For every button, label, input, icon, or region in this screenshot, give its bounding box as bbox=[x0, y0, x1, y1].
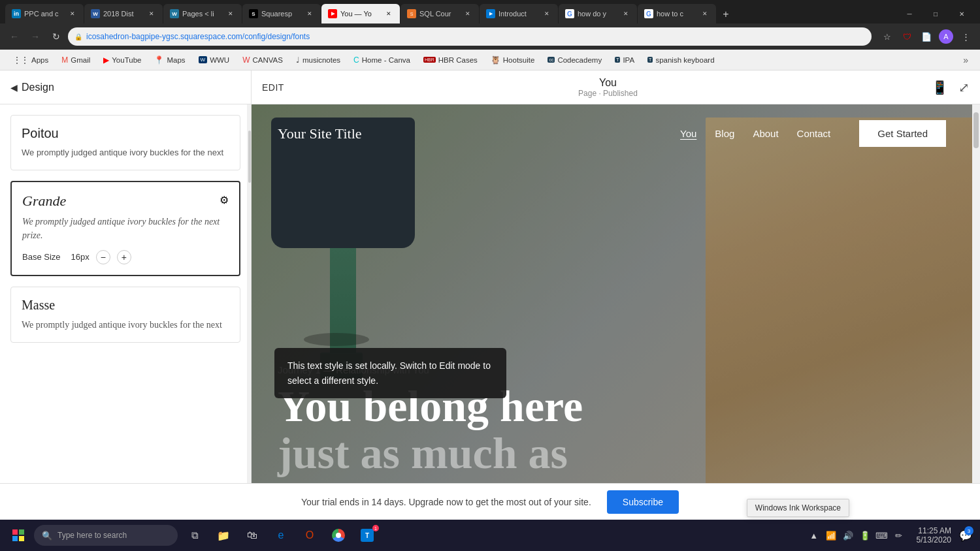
tab-close-7[interactable]: ✕ bbox=[542, 9, 551, 18]
tab-close-1[interactable]: ✕ bbox=[68, 9, 77, 18]
task-view-button[interactable]: ⧉ bbox=[180, 522, 209, 548]
browser-tab-4[interactable]: S Squaresp ✕ bbox=[242, 4, 321, 24]
tab-close-5[interactable]: ✕ bbox=[384, 9, 393, 18]
start-button[interactable] bbox=[5, 522, 31, 548]
back-to-design-button[interactable]: ◀ Design bbox=[10, 82, 54, 93]
font-card-grande[interactable]: Grande ⚙ We promptly judged antique ivor… bbox=[10, 181, 240, 276]
forward-button[interactable]: → bbox=[26, 27, 44, 46]
font-preview-grande: We promptly judged antique ivory buckles… bbox=[22, 215, 229, 242]
bookmark-hbr[interactable]: HBR HBR Cases bbox=[418, 54, 483, 66]
font-name-grande: Grande bbox=[22, 193, 66, 210]
search-icon: 🔍 bbox=[42, 531, 52, 541]
tray-up-arrow[interactable]: ▲ bbox=[807, 528, 821, 543]
bookmark-wwu[interactable]: W WWU bbox=[193, 54, 235, 66]
browser-tab-6[interactable]: S SQL Cour ✕ bbox=[400, 4, 479, 24]
sidebar-header: ◀ Design bbox=[0, 71, 251, 104]
tab-favicon-9: G bbox=[644, 9, 653, 18]
browser-tab-7[interactable]: ▶ Introduct ✕ bbox=[480, 4, 558, 24]
tab-close-2[interactable]: ✕ bbox=[147, 9, 156, 18]
main-content-area: ◀ Design Poitou We promptly judged antiq… bbox=[0, 71, 980, 483]
bookmark-gmail[interactable]: M Gmail bbox=[56, 54, 95, 67]
browser-tab-3[interactable]: W Pages < li ✕ bbox=[163, 4, 242, 24]
base-size-value: 16px bbox=[71, 252, 90, 262]
windows-ink-icon[interactable]: ✏ bbox=[892, 528, 906, 543]
bookmarks-more-button[interactable]: » bbox=[959, 53, 972, 67]
taskbar-badge-button[interactable]: T 1 bbox=[353, 522, 382, 548]
maps-favicon: 📍 bbox=[154, 55, 164, 65]
nav-link-about[interactable]: About bbox=[753, 128, 778, 139]
bookmark-spanish-label: spanish keyboard bbox=[655, 56, 714, 64]
bookmark-canvas[interactable]: W CANVAS bbox=[237, 54, 288, 67]
subscribe-button[interactable]: Subscribe bbox=[607, 490, 679, 514]
chrome-taskbar[interactable] bbox=[324, 522, 353, 548]
tab-close-4[interactable]: ✕ bbox=[305, 9, 314, 18]
tab-close-3[interactable]: ✕ bbox=[226, 9, 235, 18]
bookmark-musicnotes[interactable]: ♩ musicnotes bbox=[291, 54, 346, 67]
fullscreen-icon[interactable]: ⤢ bbox=[958, 80, 970, 95]
taskbar-clock[interactable]: 11:25 AM 5/13/2020 bbox=[911, 526, 956, 544]
bookmark-codecademy[interactable]: cc Codecademy bbox=[542, 54, 607, 66]
address-bar[interactable]: 🔒 icosahedron-bagpipe-ygsc.squarespace.c… bbox=[68, 27, 872, 46]
bookmark-apps[interactable]: ⋮⋮ Apps bbox=[8, 54, 54, 67]
tab-close-8[interactable]: ✕ bbox=[621, 9, 630, 18]
extension-icon-1[interactable]: 🛡 bbox=[898, 27, 916, 46]
bookmark-maps-label: Maps bbox=[167, 56, 185, 64]
preview-scrollbar[interactable] bbox=[972, 104, 980, 483]
tab-close-9[interactable]: ✕ bbox=[700, 9, 710, 18]
youtube-favicon: ▶ bbox=[103, 55, 109, 65]
bookmark-maps[interactable]: 📍 Maps bbox=[149, 54, 190, 67]
page-info: You Page · Published bbox=[578, 77, 638, 98]
browser-window: in PPC and c ✕ W 2018 Dist ✕ W Pages < l… bbox=[0, 0, 980, 71]
extensions-button[interactable]: ⋮ bbox=[956, 27, 975, 46]
nav-link-you[interactable]: You bbox=[680, 128, 696, 139]
taskbar-search[interactable]: 🔍 Type here to search bbox=[34, 525, 178, 546]
font-card-poitou[interactable]: Poitou We promptly judged antique ivory … bbox=[10, 115, 240, 170]
mobile-view-icon[interactable]: 📱 bbox=[932, 80, 948, 95]
musicnotes-favicon: ♩ bbox=[296, 55, 300, 65]
browser-tab-5[interactable]: ▶ You — Yo ✕ bbox=[321, 4, 400, 24]
edit-button[interactable]: EDIT bbox=[262, 82, 284, 93]
sidebar-content: Poitou We promptly judged antique ivory … bbox=[0, 104, 251, 483]
office-taskbar[interactable]: O bbox=[295, 522, 324, 548]
bookmark-hbr-label: HBR Cases bbox=[438, 56, 478, 64]
new-tab-button[interactable]: + bbox=[717, 5, 735, 24]
font-card-masse[interactable]: Masse We promptly judged antique ivory b… bbox=[10, 287, 240, 343]
keyboard-icon[interactable]: ⌨ bbox=[875, 528, 889, 543]
maximize-button[interactable]: □ bbox=[923, 4, 949, 24]
browser-tab-9[interactable]: G how to c ✕ bbox=[638, 4, 716, 24]
notification-button[interactable]: 💬 3 bbox=[956, 522, 975, 548]
font-settings-gear-icon[interactable]: ⚙ bbox=[220, 194, 229, 206]
bookmark-youtube[interactable]: ▶ YouTube bbox=[98, 54, 146, 67]
get-started-button[interactable]: Get Started bbox=[859, 120, 946, 147]
browser-tab-1[interactable]: in PPC and c ✕ bbox=[5, 4, 84, 24]
extension-icon-2[interactable]: 📄 bbox=[917, 27, 936, 46]
file-explorer-taskbar[interactable]: 📁 bbox=[209, 522, 238, 548]
tab-close-6[interactable]: ✕ bbox=[463, 9, 472, 18]
bookmark-canva[interactable]: C Home - Canva bbox=[348, 54, 416, 67]
volume-icon[interactable]: 🔊 bbox=[841, 528, 855, 543]
browser-toolbar: ← → ↻ 🔒 icosahedron-bagpipe-ygsc.squares… bbox=[0, 24, 980, 50]
bookmark-ipa[interactable]: T IPA bbox=[610, 54, 640, 66]
bookmark-hootsuite[interactable]: 🦉 Hootsuite bbox=[485, 54, 540, 67]
network-icon[interactable]: 📶 bbox=[824, 528, 838, 543]
reload-button[interactable]: ↻ bbox=[47, 27, 65, 46]
minimize-button[interactable]: ─ bbox=[896, 4, 923, 24]
design-label: Design bbox=[22, 82, 54, 93]
sidebar-scrollbar-thumb bbox=[248, 131, 251, 183]
edge-taskbar[interactable]: e bbox=[267, 522, 295, 548]
battery-icon[interactable]: 🔋 bbox=[858, 528, 872, 543]
bookmark-spanish[interactable]: T spanish keyboard bbox=[642, 54, 719, 66]
store-taskbar[interactable]: 🛍 bbox=[238, 522, 267, 548]
address-text: icosahedron-bagpipe-ygsc.squarespace.com… bbox=[86, 32, 865, 41]
nav-link-blog[interactable]: Blog bbox=[715, 128, 734, 139]
close-button[interactable]: ✕ bbox=[949, 4, 975, 24]
nav-link-contact[interactable]: Contact bbox=[797, 128, 831, 139]
profile-icon[interactable]: A bbox=[937, 27, 955, 46]
decrease-size-button[interactable]: − bbox=[96, 250, 110, 264]
browser-tab-8[interactable]: G how do y ✕ bbox=[559, 4, 637, 24]
bookmark-star-icon[interactable]: ☆ bbox=[878, 27, 896, 46]
sidebar-scrollbar-track[interactable] bbox=[247, 104, 251, 483]
back-button[interactable]: ← bbox=[5, 27, 24, 46]
browser-tab-2[interactable]: W 2018 Dist ✕ bbox=[84, 4, 163, 24]
increase-size-button[interactable]: + bbox=[117, 250, 131, 264]
